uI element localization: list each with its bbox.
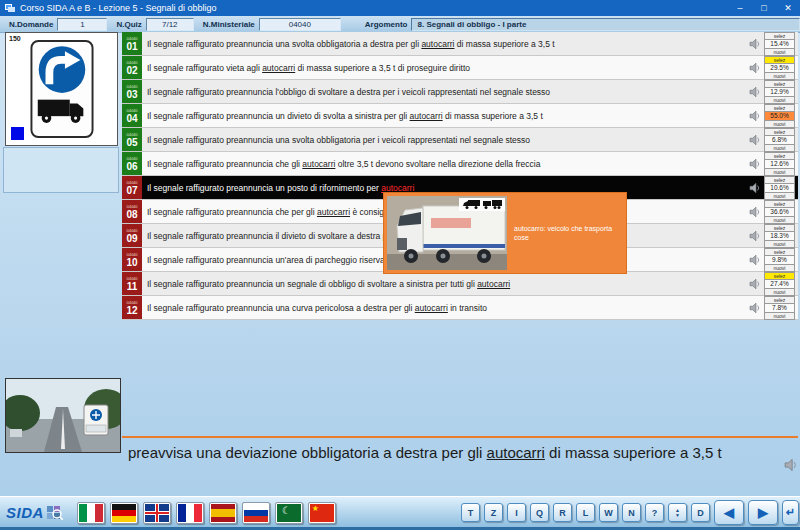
question-row[interactable]: 04040 05 Il segnale raffigurato preannun… bbox=[122, 128, 798, 152]
language-flags bbox=[77, 502, 336, 524]
nuovi-button[interactable]: nuovi bbox=[764, 192, 795, 200]
flag-button-pakistan[interactable] bbox=[275, 502, 303, 524]
answer-glossary-link[interactable]: autocarri bbox=[487, 444, 545, 461]
question-number-badge: 04040 03 bbox=[122, 80, 142, 103]
selez-button[interactable]: selez bbox=[764, 80, 795, 88]
key-button-n[interactable]: N bbox=[622, 503, 641, 522]
question-number-badge: 04040 05 bbox=[122, 128, 142, 151]
enter-button[interactable]: ↵ bbox=[782, 500, 799, 525]
flag-button-france[interactable] bbox=[176, 502, 204, 524]
glossary-link[interactable]: autocarri bbox=[262, 63, 295, 73]
error-percentage: 36.6% bbox=[764, 208, 795, 216]
previous-question-button[interactable]: ◀ bbox=[714, 500, 744, 525]
answer-audio-icon[interactable] bbox=[784, 458, 798, 472]
glossary-link[interactable]: autocarri bbox=[421, 39, 454, 49]
question-row[interactable]: 04040 01 Il segnale raffigurato preannun… bbox=[122, 32, 798, 56]
selez-button[interactable]: selez bbox=[764, 128, 795, 136]
question-row[interactable]: 04040 06 Il segnale raffigurato preannun… bbox=[122, 152, 798, 176]
key-button-z[interactable]: Z bbox=[484, 503, 503, 522]
question-stats: selez 29.5% nuovi bbox=[764, 56, 795, 80]
minimize-button[interactable]: – bbox=[728, 0, 752, 16]
question-text: Il segnale raffigurato preannuncia l'obb… bbox=[142, 87, 749, 97]
next-question-button[interactable]: ▶ bbox=[748, 500, 778, 525]
search-grid-icon[interactable] bbox=[46, 505, 63, 520]
audio-icon[interactable] bbox=[749, 206, 761, 218]
glossary-link[interactable]: autocarri bbox=[381, 183, 414, 193]
nuovi-button[interactable]: nuovi bbox=[764, 96, 795, 104]
question-number: 01 bbox=[126, 41, 137, 52]
audio-icon[interactable] bbox=[749, 110, 761, 122]
selez-button[interactable]: selez bbox=[764, 152, 795, 160]
selez-button[interactable]: selez bbox=[764, 176, 795, 184]
audio-icon[interactable] bbox=[749, 302, 761, 314]
question-text: Il segnale raffigurato preannuncia un se… bbox=[142, 279, 749, 289]
selez-button[interactable]: selez bbox=[764, 224, 795, 232]
selez-button[interactable]: selez bbox=[764, 200, 795, 208]
key-button-l[interactable]: L bbox=[576, 503, 595, 522]
question-number: 04 bbox=[126, 113, 137, 124]
nuovi-button[interactable]: nuovi bbox=[764, 288, 795, 296]
question-row[interactable]: 04040 12 Il segnale raffigurato preannun… bbox=[122, 296, 798, 320]
error-percentage: 55.0% bbox=[764, 112, 795, 120]
glossary-link[interactable]: autocarri bbox=[302, 159, 335, 169]
audio-icon[interactable] bbox=[749, 254, 761, 266]
question-row[interactable]: 04040 03 Il segnale raffigurato preannun… bbox=[122, 80, 798, 104]
audio-icon[interactable] bbox=[749, 86, 761, 98]
maximize-button[interactable]: □ bbox=[752, 0, 776, 16]
key-button-t[interactable]: T bbox=[461, 503, 480, 522]
question-stats: selez 18.3% nuovi bbox=[764, 224, 795, 248]
flag-button-spain[interactable] bbox=[209, 502, 237, 524]
audio-icon[interactable] bbox=[749, 134, 761, 146]
nuovi-button[interactable]: nuovi bbox=[764, 72, 795, 80]
key-button-d[interactable]: D bbox=[691, 503, 710, 522]
audio-icon[interactable] bbox=[749, 278, 761, 290]
selez-button[interactable]: selez bbox=[764, 104, 795, 112]
flag-button-italy[interactable] bbox=[77, 502, 105, 524]
glossary-link[interactable]: autocarri bbox=[415, 303, 448, 313]
nuovi-button[interactable]: nuovi bbox=[764, 120, 795, 128]
close-button[interactable]: ✕ bbox=[776, 0, 800, 16]
nuovi-button[interactable]: nuovi bbox=[764, 240, 795, 248]
flag-button-russia[interactable] bbox=[242, 502, 270, 524]
nuovi-button[interactable]: nuovi bbox=[764, 168, 795, 176]
glossary-link[interactable]: autocarri bbox=[477, 279, 510, 289]
key-button-q[interactable]: Q bbox=[530, 503, 549, 522]
question-row[interactable]: 04040 02 Il segnale raffigurato vieta ag… bbox=[122, 56, 798, 80]
nquiz-label: N.Quiz bbox=[116, 20, 141, 29]
question-number: 08 bbox=[126, 209, 137, 220]
flag-button-uk[interactable] bbox=[143, 502, 171, 524]
spinner-button[interactable]: ▲ ▼ bbox=[668, 503, 687, 522]
question-number: 02 bbox=[126, 65, 137, 76]
spinner-down-icon[interactable]: ▼ bbox=[675, 513, 680, 518]
selez-button[interactable]: selez bbox=[764, 56, 795, 64]
question-number-badge: 04040 11 bbox=[122, 272, 142, 295]
nuovi-button[interactable]: nuovi bbox=[764, 216, 795, 224]
key-button-i[interactable]: I bbox=[507, 503, 526, 522]
question-row[interactable]: 04040 04 Il segnale raffigurato preannun… bbox=[122, 104, 798, 128]
selez-button[interactable]: selez bbox=[764, 32, 795, 40]
audio-icon[interactable] bbox=[749, 62, 761, 74]
flag-button-china[interactable] bbox=[308, 502, 336, 524]
audio-icon[interactable] bbox=[749, 182, 761, 194]
flag-button-germany[interactable] bbox=[110, 502, 138, 524]
glossary-link[interactable]: autocarri bbox=[317, 207, 350, 217]
question-number: 05 bbox=[126, 137, 137, 148]
nuovi-button[interactable]: nuovi bbox=[764, 264, 795, 272]
selez-button[interactable]: selez bbox=[764, 248, 795, 256]
question-number-badge: 04040 08 bbox=[122, 200, 142, 223]
audio-icon[interactable] bbox=[749, 230, 761, 242]
key-button-help[interactable]: ? bbox=[645, 503, 664, 522]
nuovi-button[interactable]: nuovi bbox=[764, 144, 795, 152]
glossary-link[interactable]: autocarri bbox=[410, 111, 443, 121]
selez-button[interactable]: selez bbox=[764, 272, 795, 280]
audio-icon[interactable] bbox=[749, 38, 761, 50]
road-scene-thumbnail[interactable] bbox=[5, 378, 121, 453]
nuovi-button[interactable]: nuovi bbox=[764, 48, 795, 56]
key-button-r[interactable]: R bbox=[553, 503, 572, 522]
question-row[interactable]: 04040 11 Il segnale raffigurato preannun… bbox=[122, 272, 798, 296]
audio-icon[interactable] bbox=[749, 158, 761, 170]
box-truck-icon bbox=[463, 200, 480, 209]
nuovi-button[interactable]: nuovi bbox=[764, 312, 795, 320]
selez-button[interactable]: selez bbox=[764, 296, 795, 304]
key-button-w[interactable]: W bbox=[599, 503, 618, 522]
